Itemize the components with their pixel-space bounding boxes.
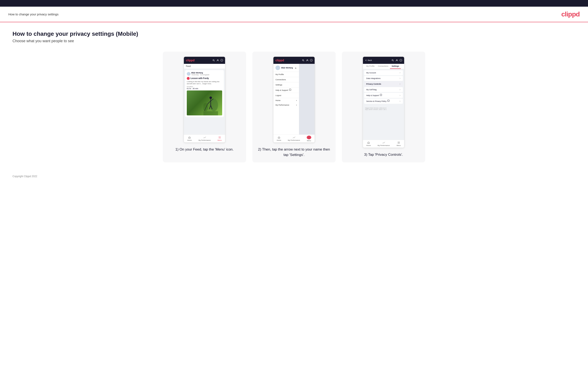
post-content: Looking to feel like my hands are exitin… xyxy=(187,81,222,85)
svg-point-26 xyxy=(401,60,401,61)
settings-item-privacy-controls: Privacy Controls xyxy=(364,82,403,86)
menu-item-my-profile: My Profile xyxy=(273,72,299,77)
svg-point-17 xyxy=(302,59,303,61)
phone-topbar-2: clippd xyxy=(273,57,315,64)
svg-line-1 xyxy=(214,61,215,61)
user-icon-2 xyxy=(306,59,309,62)
chevron-up-icon: ▲ xyxy=(295,67,297,69)
nav-menu: Menu xyxy=(218,136,222,142)
server-version: GQL Server Version: 2022.7.30-1 xyxy=(365,109,402,110)
menu-section-performance: My Performance ▾ xyxy=(273,103,299,107)
svg-point-7 xyxy=(209,96,212,99)
phone-bottomnav-3: Home My Performance Menu xyxy=(363,140,404,148)
search-icon xyxy=(212,59,215,62)
golf-image xyxy=(187,91,222,115)
svg-point-20 xyxy=(311,60,312,61)
phone-logo-1: clippd xyxy=(186,59,194,62)
steps-container: clippd Feed xyxy=(12,51,576,162)
feed-post: Blair McHarg Yesterday · Sunningdale Les… xyxy=(185,70,224,117)
client-version: Clippd Client Version: 2022.8.3-3 xyxy=(365,107,402,109)
phone-mockup-1: clippd Feed xyxy=(184,57,225,143)
svg-rect-4 xyxy=(203,111,218,115)
main-content: How to change your privacy settings (Mob… xyxy=(0,22,588,171)
header: How to change your privacy settings clip… xyxy=(0,7,588,22)
menu-user-row: Blair McHarg ▲ xyxy=(273,64,299,72)
nav-performance-2: My Performance xyxy=(288,136,300,142)
user-icon-3 xyxy=(395,59,398,62)
page-subtitle: Choose what you want people to see xyxy=(12,39,576,43)
post-username: Blair McHarg xyxy=(191,72,209,74)
settings-tabs: My Profile Connections Settings xyxy=(363,64,404,69)
settings-icon-circle-2 xyxy=(310,59,312,62)
menu-item-help: Help & Support xyxy=(273,88,299,93)
feed-tab: Feed xyxy=(184,64,225,69)
menu-avatar xyxy=(276,66,280,70)
tab-settings: Settings xyxy=(390,64,401,69)
step-3-card: Back My xyxy=(342,51,425,162)
nav-performance: My Performance xyxy=(199,136,211,142)
duration-label: Duration xyxy=(187,86,222,88)
nav-menu-close: Menu xyxy=(307,136,311,142)
menu-username: Blair McHarg xyxy=(281,67,293,69)
phone-mockup-3: Back My xyxy=(363,57,404,148)
svg-point-0 xyxy=(213,59,214,61)
header-title: How to change your privacy settings xyxy=(8,12,59,16)
settings-item-help-support: Help & Support xyxy=(364,93,403,98)
settings-item-data-integrations: Data Integrations xyxy=(364,76,403,81)
phone-bottomnav-2: Home My Performance Menu xyxy=(273,134,315,142)
phone-logo-2: clippd xyxy=(276,59,284,62)
avatar xyxy=(187,72,190,76)
tab-my-profile: My Profile xyxy=(365,64,376,69)
svg-line-24 xyxy=(393,61,394,61)
menu-user-info: Blair McHarg xyxy=(276,66,293,70)
menu-item-connections: Connections xyxy=(273,77,299,82)
phone-topbar-1: clippd xyxy=(184,57,225,64)
svg-line-18 xyxy=(303,61,304,61)
svg-point-23 xyxy=(392,59,393,61)
top-bar xyxy=(0,0,588,7)
svg-point-3 xyxy=(222,60,222,61)
nav-performance-3: My Performance xyxy=(378,141,390,147)
feed-body: Feed Blair McHarg Yesterday · Sunningdal… xyxy=(184,64,225,134)
nav-home-2: Home xyxy=(277,136,281,142)
page-title: How to change your privacy settings (Mob… xyxy=(12,31,576,37)
footer: Copyright Clippd 2022 xyxy=(0,171,588,184)
post-user: Blair McHarg Yesterday · Sunningdale xyxy=(187,72,222,76)
post-title: Lesson with Fordy xyxy=(190,77,209,79)
copyright: Copyright Clippd 2022 xyxy=(12,175,37,178)
settings-icon-circle xyxy=(221,59,223,62)
duration-value: 01 hr : 30 min xyxy=(187,88,222,90)
settings-back-bar: Back xyxy=(363,57,404,64)
settings-item-service-privacy: Service & Privacy Policy xyxy=(364,99,403,104)
version-info: Clippd Client Version: 2022.8.3-3 GQL Se… xyxy=(363,106,404,112)
menu-item-settings: Settings xyxy=(273,82,299,88)
step-2-description: 2) Then, tap the arrow next to your name… xyxy=(257,147,331,157)
nav-home: Home xyxy=(187,136,191,142)
phone-bottomnav-1: Home My Performance Menu xyxy=(184,134,225,142)
step-1-description: 1) On your Feed, tap the 'Menu' icon. xyxy=(175,147,233,152)
settings-list: My Account Data Integrations Privacy Con… xyxy=(363,69,404,106)
phone-mockup-2: clippd xyxy=(273,57,315,143)
settings-item-my-account: My Account xyxy=(364,70,403,75)
back-button: Back xyxy=(365,59,372,61)
menu-item-logout: Logout xyxy=(273,93,299,98)
settings-icon-circle-3 xyxy=(399,59,402,62)
nav-menu-3: Menu xyxy=(397,141,401,147)
step-1-card: clippd Feed xyxy=(163,51,246,162)
search-icon-2 xyxy=(302,59,305,62)
svg-point-6 xyxy=(203,103,208,111)
menu-section-home: Home ▾ xyxy=(273,98,299,103)
logo: clippd xyxy=(561,10,580,18)
phone-icons-1 xyxy=(212,59,223,62)
tab-connections: Connections xyxy=(376,64,390,69)
phone-icons-3 xyxy=(391,59,402,62)
phone-icons-2 xyxy=(302,59,312,62)
search-icon-3 xyxy=(391,59,394,62)
back-label: Back xyxy=(368,59,372,61)
nav-home-3: Home xyxy=(366,141,371,147)
step-2-card: clippd xyxy=(252,51,336,162)
settings-body: My Account Data Integrations Privacy Con… xyxy=(363,69,404,140)
menu-body: Blair McHarg ▲ My Profile Connections Se… xyxy=(273,64,315,134)
menu-panel: Blair McHarg ▲ My Profile Connections Se… xyxy=(273,64,299,134)
user-icon xyxy=(216,59,219,62)
